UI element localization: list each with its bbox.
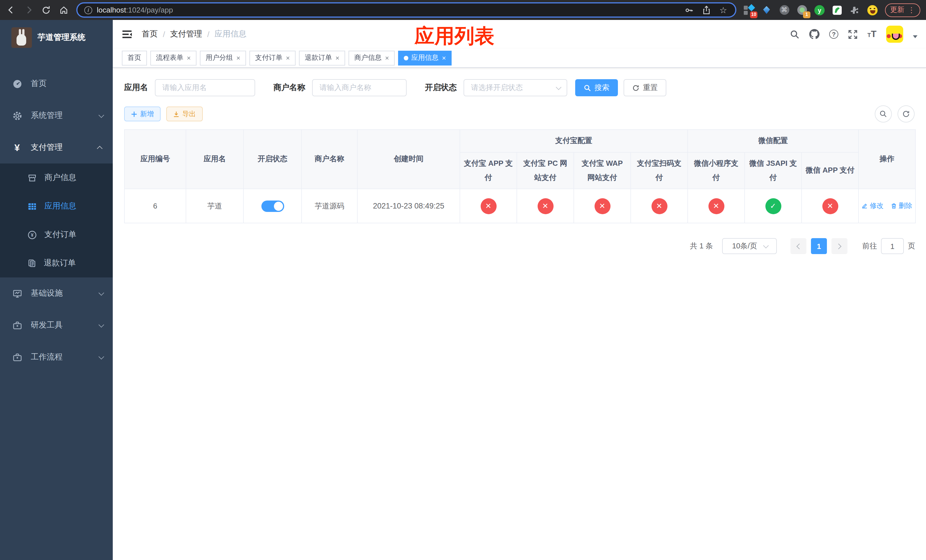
cell-alipay-app: ✕ xyxy=(460,189,517,223)
ext-recorder-icon[interactable]: 1 xyxy=(797,5,807,15)
status-cross-icon: ✕ xyxy=(594,198,610,214)
address-bar[interactable]: i localhost:1024/pay/app ☆ xyxy=(76,2,736,18)
app-logo[interactable]: 芋道管理系统 xyxy=(0,20,113,55)
col-alipay-wap: 支付宝 WAP 网站支付 xyxy=(574,152,631,189)
reset-button[interactable]: 重置 xyxy=(623,79,666,96)
browser-toolbar: i localhost:1024/pay/app ☆ 10 ⌘ 1 y xyxy=(0,0,926,20)
sidebar-item-home[interactable]: 首页 xyxy=(0,68,113,100)
share-icon[interactable] xyxy=(701,5,711,15)
breadcrumb-home[interactable]: 首页 xyxy=(142,29,158,39)
github-icon[interactable] xyxy=(809,29,820,39)
gear-icon xyxy=(12,111,22,121)
ext-y-icon[interactable]: y xyxy=(814,5,825,15)
sidebar-item-pay-order[interactable]: ¥ 支付订单 xyxy=(0,221,113,249)
tab-pay-order[interactable]: 支付订单× xyxy=(250,50,295,65)
bookmark-star-icon[interactable]: ☆ xyxy=(718,5,728,15)
status-select[interactable]: 请选择开启状态 xyxy=(464,79,567,96)
breadcrumb: 首页 / 支付管理 / 应用信息 xyxy=(142,29,247,39)
table-toolbar: 新增 导出 xyxy=(124,105,915,123)
user-avatar[interactable] xyxy=(886,26,903,43)
ext-diamond-icon[interactable]: 10 xyxy=(744,5,754,15)
app-name-input[interactable]: 请输入应用名 xyxy=(155,79,255,96)
site-info-icon[interactable]: i xyxy=(84,6,92,14)
tab-app-info[interactable]: 应用信息× xyxy=(398,50,452,65)
breadcrumb-payment[interactable]: 支付管理 xyxy=(170,29,202,39)
sidebar-item-refund-order[interactable]: 退款订单 xyxy=(0,249,113,277)
pagination-total: 共 1 条 xyxy=(690,241,713,251)
sidebar-item-app-info[interactable]: 应用信息 xyxy=(0,192,113,221)
tab-refund-order[interactable]: 退款订单× xyxy=(299,50,345,65)
export-button[interactable]: 导出 xyxy=(166,106,203,121)
browser-reload-icon[interactable] xyxy=(41,5,51,15)
current-page-button[interactable]: 1 xyxy=(811,238,827,254)
browser-update-button[interactable]: 更新 ⋮ xyxy=(885,3,920,17)
ext-grasshopper-icon[interactable] xyxy=(832,5,842,15)
header-search-icon[interactable] xyxy=(790,29,800,39)
refresh-button[interactable] xyxy=(897,105,915,123)
ext-kite-icon[interactable] xyxy=(761,5,772,15)
page-content: 应用名 请输入应用名 商户名称 请输入商户名称 开启状态 请选择开启状态 搜索 … xyxy=(113,68,926,254)
chevron-up-icon xyxy=(97,145,103,151)
table-row: 6 芋道 芋道源码 2021-10-23 08:49:25 ✕ ✕ ✕ ✕ ✕ … xyxy=(124,189,915,223)
payment-submenu: 商户信息 应用信息 ¥ 支付订单 xyxy=(0,163,113,277)
avatar-caret-down-icon[interactable] xyxy=(913,35,917,38)
tab-close-icon[interactable]: × xyxy=(384,54,389,61)
goto-page-input[interactable]: 1 xyxy=(881,238,904,254)
browser-back-icon[interactable] xyxy=(6,5,16,15)
status-toggle[interactable] xyxy=(261,200,284,212)
sidebar-collapse-icon[interactable] xyxy=(121,29,133,40)
tags-view-bar: 首页× 流程表单× 用户分组× 支付订单× 退款订单× 商户信息× 应用信息× xyxy=(113,48,926,68)
fullscreen-icon[interactable] xyxy=(848,29,858,39)
tab-close-icon[interactable]: × xyxy=(186,54,191,61)
page-size-select[interactable]: 10条/页 xyxy=(722,238,777,254)
merchant-name-input[interactable]: 请输入商户名称 xyxy=(312,79,407,96)
browser-forward-icon[interactable] xyxy=(23,5,33,15)
ext-command-icon[interactable]: ⌘ xyxy=(779,5,789,15)
add-button[interactable]: 新增 xyxy=(124,106,160,121)
status-cross-icon: ✕ xyxy=(537,198,553,214)
tab-home[interactable]: 首页× xyxy=(122,50,147,65)
screen: i localhost:1024/pay/app ☆ 10 ⌘ 1 y xyxy=(0,0,926,560)
browser-home-icon[interactable] xyxy=(59,5,69,15)
sidebar-item-devtools[interactable]: 研发工具 xyxy=(0,309,113,341)
tab-process-form[interactable]: 流程表单× xyxy=(150,50,197,65)
toggle-search-button[interactable] xyxy=(875,105,892,123)
cell-alipay-pc: ✕ xyxy=(517,189,574,223)
prev-page-button[interactable] xyxy=(790,238,806,254)
tab-user-group[interactable]: 用户分组× xyxy=(200,50,246,65)
svg-text:¥: ¥ xyxy=(31,232,33,238)
sidebar-item-payment[interactable]: ¥ 支付管理 xyxy=(0,132,113,163)
search-button[interactable]: 搜索 xyxy=(575,79,618,96)
chevron-down-icon xyxy=(763,242,769,248)
grid-table-icon xyxy=(27,201,37,211)
next-page-button[interactable] xyxy=(831,238,847,254)
tab-close-icon[interactable]: × xyxy=(236,54,240,61)
chevron-down-icon xyxy=(98,322,104,327)
delete-link[interactable]: 删除 xyxy=(891,201,912,211)
tab-close-icon[interactable]: × xyxy=(441,54,446,61)
edit-link[interactable]: 修改 xyxy=(862,201,883,211)
page-annotation-title: 应用列表 xyxy=(415,23,494,50)
help-icon[interactable]: ? xyxy=(829,30,838,39)
tab-close-icon[interactable]: × xyxy=(285,54,290,61)
extensions-puzzle-icon[interactable] xyxy=(850,5,860,15)
cell-actions: 修改 删除 xyxy=(858,189,915,223)
font-size-icon[interactable]: TT xyxy=(867,29,876,39)
sidebar-item-workflow[interactable]: 工作流程 xyxy=(0,341,113,373)
search-form: 应用名 请输入应用名 商户名称 请输入商户名称 开启状态 请选择开启状态 搜索 … xyxy=(124,79,915,96)
cell-wechat-mini: ✕ xyxy=(688,189,744,223)
merchant-name-label: 商户名称 xyxy=(273,83,305,93)
sidebar: 芋道管理系统 首页 系统管理 ¥ 支付管理 xyxy=(0,20,113,560)
tab-merchant-info[interactable]: 商户信息× xyxy=(348,50,395,65)
cell-wechat-app: ✕ xyxy=(802,189,858,223)
browser-menu-icon[interactable]: ⋮ xyxy=(908,6,915,14)
status-cross-icon: ✕ xyxy=(822,198,838,214)
col-status: 开启状态 xyxy=(244,130,301,189)
sidebar-item-system[interactable]: 系统管理 xyxy=(0,100,113,132)
password-key-icon[interactable] xyxy=(684,5,694,15)
profile-avatar-icon[interactable] xyxy=(867,5,878,15)
tab-close-icon[interactable]: × xyxy=(335,54,339,61)
col-alipay-app: 支付宝 APP 支付 xyxy=(460,152,517,189)
sidebar-item-infrastructure[interactable]: 基础设施 xyxy=(0,277,113,309)
sidebar-item-merchant-info[interactable]: 商户信息 xyxy=(0,163,113,192)
